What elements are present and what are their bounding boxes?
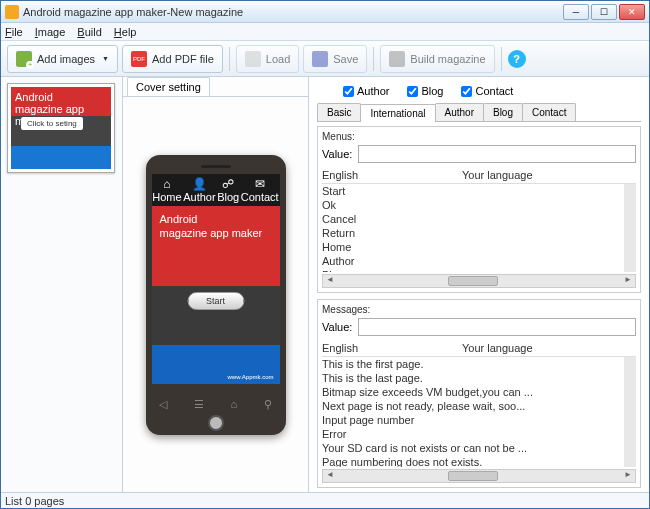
- nav-contact[interactable]: ✉Contact: [241, 178, 279, 203]
- dropdown-caret-icon: ▼: [102, 55, 109, 62]
- list-item[interactable]: Author: [322, 254, 624, 268]
- build-icon: [389, 51, 405, 67]
- list-item[interactable]: Return: [322, 226, 624, 240]
- list-item[interactable]: Next page is not ready, please wait, soo…: [322, 399, 624, 413]
- checkbox-author[interactable]: Author: [343, 85, 389, 97]
- tab-contact[interactable]: Contact: [522, 103, 576, 121]
- list-item[interactable]: This is the first page.: [322, 357, 624, 371]
- tab-basic[interactable]: Basic: [317, 103, 361, 121]
- build-magazine-button[interactable]: Build magazine: [380, 45, 494, 73]
- tab-cover-setting[interactable]: Cover setting: [127, 77, 210, 96]
- phone-home-icon: ⌂: [231, 398, 238, 411]
- phone-back-icon: ◁: [159, 398, 167, 411]
- menus-value-input[interactable]: [358, 145, 636, 163]
- blog-icon: ☍: [217, 178, 239, 191]
- home-icon: ⌂: [152, 178, 181, 191]
- nav-home[interactable]: ⌂Home: [152, 178, 181, 203]
- phone-menu-icon: ☰: [194, 398, 204, 411]
- app-icon: [5, 5, 19, 19]
- maximize-button[interactable]: ☐: [591, 4, 617, 20]
- list-item[interactable]: Error: [322, 427, 624, 441]
- list-item[interactable]: Home: [322, 240, 624, 254]
- page-thumbnail[interactable]: Androidmagazine app maker Click to setin…: [7, 83, 115, 173]
- list-item[interactable]: Input page number: [322, 413, 624, 427]
- status-text: List 0 pages: [5, 495, 64, 507]
- start-button[interactable]: Start: [187, 292, 244, 310]
- page-list-panel: Androidmagazine app maker Click to setin…: [1, 77, 123, 492]
- menu-file[interactable]: File: [5, 26, 23, 38]
- trackball-icon: [208, 415, 224, 431]
- messages-value-input[interactable]: [358, 318, 636, 336]
- help-button[interactable]: ?: [508, 50, 526, 68]
- contact-icon: ✉: [241, 178, 279, 191]
- author-icon: 👤: [183, 178, 215, 191]
- nav-author[interactable]: 👤Author: [183, 178, 215, 203]
- tab-blog[interactable]: Blog: [483, 103, 523, 121]
- phone-preview: ⌂Home 👤Author ☍Blog ✉Contact Androidmaga…: [146, 155, 286, 435]
- phone-search-icon: ⚲: [264, 398, 272, 411]
- messages-list[interactable]: This is the first page.This is the last …: [322, 357, 636, 467]
- menus-list[interactable]: StartOkCancelReturnHomeAuthorBlogContact…: [322, 184, 636, 272]
- pdf-icon: PDF: [131, 51, 147, 67]
- checkbox-contact[interactable]: Contact: [461, 85, 513, 97]
- add-pdf-button[interactable]: PDF Add PDF file: [122, 45, 223, 73]
- list-item[interactable]: Page numbering does not exists.: [322, 455, 624, 467]
- list-item[interactable]: Start: [322, 184, 624, 198]
- image-icon: [16, 51, 32, 67]
- checkbox-blog[interactable]: Blog: [407, 85, 443, 97]
- list-item[interactable]: Blog: [322, 268, 624, 272]
- menu-image[interactable]: Image: [35, 26, 66, 38]
- messages-group: Messages: Value: English Your language T…: [317, 299, 641, 488]
- tab-author[interactable]: Author: [435, 103, 484, 121]
- menu-help[interactable]: Help: [114, 26, 137, 38]
- list-item[interactable]: Cancel: [322, 212, 624, 226]
- menu-build[interactable]: Build: [77, 26, 101, 38]
- list-item[interactable]: Ok: [322, 198, 624, 212]
- save-button[interactable]: Save: [303, 45, 367, 73]
- close-button[interactable]: ✕: [619, 4, 645, 20]
- tab-international[interactable]: International: [360, 104, 435, 122]
- save-icon: [312, 51, 328, 67]
- window-title: Android magazine app maker-New magazine: [23, 6, 563, 18]
- list-item[interactable]: Your SD card is not exists or can not be…: [322, 441, 624, 455]
- minimize-button[interactable]: ─: [563, 4, 589, 20]
- add-images-button[interactable]: Add images ▼: [7, 45, 118, 73]
- list-item[interactable]: This is the last page.: [322, 371, 624, 385]
- menus-hscroll[interactable]: ◄►: [322, 274, 636, 288]
- nav-blog[interactable]: ☍Blog: [217, 178, 239, 203]
- load-button[interactable]: Load: [236, 45, 299, 73]
- load-icon: [245, 51, 261, 67]
- messages-hscroll[interactable]: ◄►: [322, 469, 636, 483]
- menus-group: Menus: Value: English Your language Star…: [317, 126, 641, 293]
- list-item[interactable]: Bitmap size exceeds VM budget,you can ..…: [322, 385, 624, 399]
